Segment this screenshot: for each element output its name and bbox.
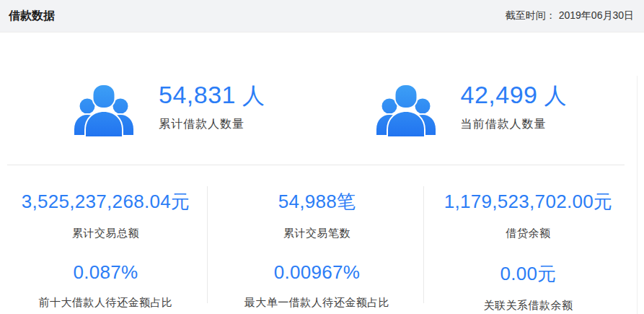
metric-label: 借贷余额	[423, 227, 634, 240]
stat-unit: 人	[242, 83, 265, 108]
metric-unit: 笔	[337, 191, 356, 212]
metric-value: 1,179,523,702.00元	[423, 189, 634, 214]
as-of-date: 2019年06月30日	[559, 9, 634, 21]
stat-unit: 人	[544, 83, 568, 108]
stat-label: 累计借款人数量	[159, 117, 265, 132]
metric-value: 0.087%	[0, 261, 211, 284]
metric-unit: %	[121, 261, 138, 283]
stat-current-borrowers: 42,499人 当前借款人数量	[322, 80, 644, 138]
panel-title: 借款数据	[9, 9, 55, 24]
stat-text: 54,831人 累计借款人数量	[159, 80, 265, 132]
metric-number: 0.087	[74, 261, 122, 283]
metric-unit: %	[343, 261, 360, 283]
as-of-time: 截至时间：2019年06月30日	[506, 9, 634, 22]
metric-largest-single-borrower-ratio: 0.00967% 最大单一借款人待还金额占比	[211, 261, 423, 313]
metric-total-transaction-count: 54,988笔 累计交易笔数	[211, 189, 423, 240]
borrowing-data-panel: 借款数据 截至时间：2019年06月30日	[0, 0, 644, 314]
metric-number: 0.00967	[274, 261, 343, 283]
metric-value: 0.00967%	[211, 261, 423, 284]
metric-total-transaction-amount: 3,525,237,268.04元 累计交易总额	[0, 189, 211, 240]
stat-cumulative-borrowers: 54,831人 累计借款人数量	[0, 80, 322, 138]
metric-label: 关联关系借款余额	[423, 299, 634, 313]
metrics-row-2: 0.087% 前十大借款人待还金额占比 0.00967% 最大单一借款人待还金额…	[0, 261, 635, 313]
metric-label: 累计交易笔数	[211, 227, 423, 240]
people-group-icon	[374, 80, 438, 138]
panel-header: 借款数据 截至时间：2019年06月30日	[0, 0, 644, 32]
stat-number: 54,831	[159, 81, 236, 108]
stat-value: 42,499人	[461, 82, 568, 108]
metric-label: 累计交易总额	[0, 227, 211, 240]
metric-value: 0.00元	[423, 261, 634, 287]
metrics-grid: 3,525,237,268.04元 累计交易总额 54,988笔 累计交易笔数 …	[0, 165, 635, 314]
stat-text: 42,499人 当前借款人数量	[461, 80, 568, 132]
stat-label: 当前借款人数量	[461, 117, 568, 132]
borrower-stats-row: 54,831人 累计借款人数量	[0, 32, 644, 138]
people-group-icon	[72, 80, 136, 138]
metric-value: 3,525,237,268.04元	[0, 189, 211, 214]
metric-unit: 元	[594, 191, 612, 212]
stat-value: 54,831人	[159, 82, 265, 108]
metric-loan-balance: 1,179,523,702.00元 借贷余额	[423, 189, 634, 240]
metric-value: 54,988笔	[211, 189, 423, 214]
metric-number: 54,988	[278, 191, 337, 212]
metric-label: 最大单一借款人待还金额占比	[211, 296, 423, 310]
metrics-row-1: 3,525,237,268.04元 累计交易总额 54,988笔 累计交易笔数 …	[0, 189, 635, 240]
metric-related-party-loan-balance: 0.00元 关联关系借款余额	[423, 261, 634, 313]
stat-number: 42,499	[461, 81, 538, 108]
metric-label: 前十大借款人待还金额占比	[0, 296, 211, 310]
metric-number: 3,525,237,268.04	[22, 191, 171, 212]
panel-right-border	[637, 76, 638, 314]
metric-number: 1,179,523,702.00	[444, 191, 594, 212]
metric-number: 0.00	[500, 263, 537, 284]
as-of-label: 截至时间：	[506, 9, 556, 21]
metric-unit: 元	[171, 191, 190, 212]
metric-top10-borrowers-ratio: 0.087% 前十大借款人待还金额占比	[0, 261, 211, 313]
metric-unit: 元	[537, 263, 556, 284]
panel-body: 54,831人 累计借款人数量	[0, 32, 644, 314]
